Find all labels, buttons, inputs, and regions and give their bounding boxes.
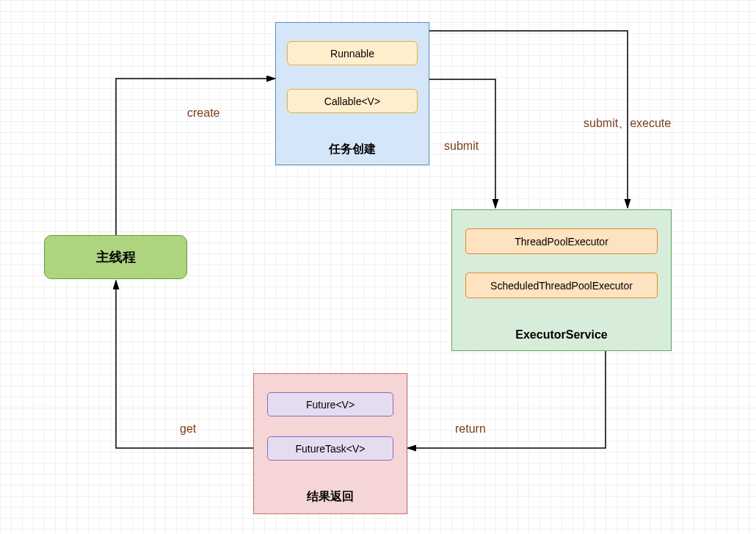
task-item-runnable-label: Runnable	[330, 48, 374, 59]
edge-label-submit: submit	[444, 140, 479, 153]
edge-label-create: create	[187, 107, 219, 120]
executor-item-tpe-label: ThreadPoolExecutor	[515, 236, 608, 248]
result-item-futuretask-label: FutureTask<V>	[296, 443, 366, 455]
result-item-future-label: Future<V>	[306, 399, 355, 411]
task-item-callable: Callable<V>	[287, 89, 418, 113]
executor-item-tpe: ThreadPoolExecutor	[465, 228, 658, 254]
edge-label-submit-execute: submit、execute	[584, 116, 671, 131]
node-result: Future<V> FutureTask<V> 结果返回	[253, 373, 407, 514]
task-item-callable-label: Callable<V>	[324, 95, 380, 107]
task-item-runnable: Runnable	[287, 41, 418, 65]
result-title: 结果返回	[254, 489, 407, 505]
executor-title: ExecutorService	[452, 328, 671, 342]
node-task-create: Runnable Callable<V> 任务创建	[275, 22, 429, 165]
node-executor: ThreadPoolExecutor ScheduledThreadPoolEx…	[451, 209, 672, 351]
edge-label-get: get	[180, 422, 196, 436]
main-thread-label: 主线程	[96, 248, 136, 266]
executor-item-stpe-label: ScheduledThreadPoolExecutor	[490, 280, 633, 292]
executor-item-stpe: ScheduledThreadPoolExecutor	[465, 273, 658, 298]
result-item-future: Future<V>	[267, 392, 393, 416]
node-main-thread: 主线程	[44, 235, 187, 279]
task-create-title: 任务创建	[276, 142, 429, 157]
result-item-futuretask: FutureTask<V>	[267, 436, 393, 461]
edge-label-return: return	[455, 422, 486, 436]
